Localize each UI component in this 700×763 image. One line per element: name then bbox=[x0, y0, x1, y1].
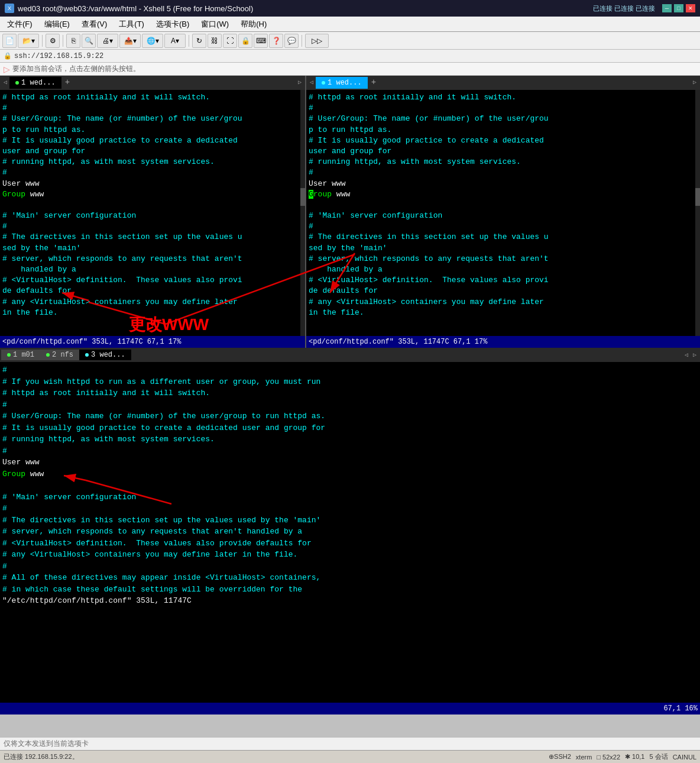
caps-indicator: CAINUL bbox=[673, 754, 696, 761]
bot-line-main5: # <VirtualHost> definition. These values… bbox=[2, 538, 698, 549]
toolbar-fullscreen[interactable]: ⛶ bbox=[223, 34, 237, 48]
menu-view[interactable]: 查看(V) bbox=[77, 18, 112, 31]
toolbar-print[interactable]: 🖨▾ bbox=[97, 34, 118, 48]
toolbar-open[interactable]: 📂▾ bbox=[18, 34, 39, 48]
left-line-main2: # bbox=[2, 221, 303, 232]
left-tab-nav-left[interactable]: ◁ bbox=[1, 77, 9, 88]
menu-help[interactable]: 帮助(H) bbox=[236, 18, 271, 31]
left-line-group: Group www bbox=[2, 189, 303, 200]
bottom-tab-m01[interactable]: 1 m01 bbox=[1, 350, 40, 360]
bot-user-keyword: User bbox=[2, 458, 21, 467]
bottom-tab-m01-label: 1 m01 bbox=[13, 351, 34, 359]
toolbar-transfer[interactable]: 📤▾ bbox=[119, 34, 141, 48]
left-line-main8: de defaults for bbox=[2, 286, 303, 296]
toolbar-lock[interactable]: 🔒 bbox=[238, 34, 252, 48]
right-line-1: # httpd as root initially and it will sw… bbox=[309, 92, 698, 103]
left-user-val: www bbox=[25, 179, 39, 188]
toolbar-web[interactable]: 🌐▾ bbox=[142, 34, 163, 48]
right-status-line: <pd/conf/httpd.conf" 353L, 11747C 67,1 1… bbox=[306, 336, 700, 348]
right-scrollbar[interactable] bbox=[695, 90, 700, 336]
right-line-4: p to run httpd as. bbox=[309, 125, 698, 135]
bot-user-val: www bbox=[25, 458, 39, 467]
right-line-main5: # server, which responds to any requests… bbox=[309, 254, 698, 264]
main-area: ◁ 1 wed... + ▷ # httpd as root initially… bbox=[0, 76, 700, 737]
bottom-tab-bar: 1 m01 2 nfs 3 wed... ◁ ▷ bbox=[0, 348, 700, 362]
right-tab-nav-left[interactable]: ◁ bbox=[307, 77, 316, 88]
toolbar-copy[interactable]: ⎘ bbox=[66, 34, 80, 48]
bot-line-main3: # The directives in this section set up … bbox=[2, 515, 698, 526]
address-icon: 🔒 bbox=[4, 52, 12, 60]
address-value: ssh://192.168.15.9:22 bbox=[14, 52, 103, 60]
bot-line-main6: # any <VirtualHost> containers you may d… bbox=[2, 549, 698, 561]
left-line-5: # It is usually good practice to create … bbox=[2, 135, 303, 146]
left-user-keyword: User bbox=[2, 179, 21, 188]
title-bar: X wed03 root@web03:/var/www/html - Xshel… bbox=[0, 0, 700, 17]
bottom-pane-wrapper: 1 m01 2 nfs 3 wed... ◁ ▷ # # If you wish… bbox=[0, 348, 700, 737]
title-status: 已连接 已连接 已连接 bbox=[593, 4, 655, 13]
bot-line-2: # If you wish httpd to run as a differen… bbox=[2, 376, 698, 388]
right-line-main6: handled by a bbox=[309, 264, 698, 275]
right-pane: ◁ 1 wed... + ▷ # httpd as root initially… bbox=[306, 76, 700, 348]
menu-bar: 文件(F) 编辑(E) 查看(V) 工具(T) 选项卡(B) 窗口(W) 帮助(… bbox=[0, 17, 700, 32]
left-tab-nav-right[interactable]: ▷ bbox=[296, 77, 304, 88]
toolbar-more[interactable]: ▷▷ bbox=[305, 34, 329, 48]
toolbar-plugin2[interactable]: ⛓ bbox=[208, 34, 222, 48]
left-line-8: # bbox=[2, 167, 303, 178]
left-scrollbar-thumb[interactable] bbox=[300, 188, 305, 206]
right-line-3: # User/Group: The name (or #number) of t… bbox=[309, 114, 698, 124]
toolbar-new[interactable]: 📄 bbox=[2, 34, 17, 48]
menu-file[interactable]: 文件(F) bbox=[2, 18, 37, 31]
right-scrollbar-thumb[interactable] bbox=[695, 188, 700, 206]
toolbar-help[interactable]: ❓ bbox=[269, 34, 283, 48]
left-tab-add[interactable]: + bbox=[61, 76, 73, 90]
right-user-keyword: User bbox=[309, 179, 327, 188]
top-split: ◁ 1 wed... + ▷ # httpd as root initially… bbox=[0, 76, 700, 348]
right-line-main1: # 'Main' server configuration bbox=[309, 211, 698, 221]
toolbar-font[interactable]: A▾ bbox=[164, 34, 186, 48]
window-title: wed03 root@web03:/var/www/html - Xshell … bbox=[18, 4, 253, 13]
toolbar-chat[interactable]: 💬 bbox=[284, 34, 299, 48]
right-tab-nav-right[interactable]: ▷ bbox=[691, 77, 699, 88]
bottom-tab-nfs[interactable]: 2 nfs bbox=[40, 350, 79, 360]
notification-bar: ▷ 要添加当前会话，点击左侧的箭头按钮。 bbox=[0, 63, 700, 76]
right-status-text: <pd/conf/httpd.conf" 353L, 11747C 67,1 1… bbox=[309, 337, 487, 347]
toolbar-keyboard[interactable]: ⌨ bbox=[254, 34, 268, 48]
left-group-val: www bbox=[30, 190, 44, 199]
bot-line-main1: # 'Main' server configuration bbox=[2, 492, 698, 503]
right-tab-label: 1 wed... bbox=[328, 78, 362, 88]
toolbar-plugin1[interactable]: ↻ bbox=[192, 34, 206, 48]
left-line-main1: # 'Main' server configuration bbox=[2, 211, 303, 221]
left-line-main9: # any <VirtualHost> containers you may d… bbox=[2, 297, 303, 308]
left-tab-bar: ◁ 1 wed... + ▷ bbox=[0, 76, 305, 90]
connection-status: 已连接 192.168.15.9:22。 bbox=[4, 752, 79, 761]
right-group-keyword: roup bbox=[313, 190, 332, 199]
menu-window[interactable]: 窗口(W) bbox=[196, 18, 234, 31]
left-tab-active[interactable]: 1 wed... bbox=[9, 77, 61, 89]
bot-line-1: # bbox=[2, 364, 698, 376]
right-tab-active[interactable]: 1 wed... bbox=[316, 77, 368, 89]
right-line-2: # bbox=[309, 103, 698, 114]
menu-tools[interactable]: 工具(T) bbox=[114, 18, 149, 31]
menu-tabs[interactable]: 选项卡(B) bbox=[151, 18, 194, 31]
bot-line-blank bbox=[2, 480, 698, 492]
notif-arrow-icon: ▷ bbox=[4, 64, 10, 74]
bottom-tab-nav-right[interactable]: ▷ bbox=[691, 350, 699, 360]
maximize-button[interactable]: □ bbox=[674, 4, 683, 12]
close-button[interactable]: ✕ bbox=[686, 4, 695, 12]
bot-line-group: Group www bbox=[2, 468, 698, 480]
toolbar-find[interactable]: 🔍 bbox=[82, 34, 96, 48]
left-scrollbar[interactable] bbox=[300, 90, 305, 336]
notification-text: 要添加当前会话，点击左侧的箭头按钮。 bbox=[12, 64, 140, 74]
bot-line-main4: # server, which responds to any requests… bbox=[2, 526, 698, 538]
bottom-tab-wed-label: 3 wed... bbox=[91, 351, 125, 359]
toolbar-settings[interactable]: ⚙ bbox=[46, 34, 60, 48]
toolbar: 📄 📂▾ ⚙ ⎘ 🔍 🖨▾ 📤▾ 🌐▾ A▾ ↻ ⛓ ⛶ 🔒 ⌨ ❓ 💬 ▷▷ bbox=[0, 32, 700, 50]
bottom-tab-wed[interactable]: 3 wed... bbox=[79, 350, 131, 360]
bottom-terminal: # # If you wish httpd to run as a differ… bbox=[0, 362, 700, 714]
right-line-6: user and group for bbox=[309, 146, 698, 157]
menu-edit[interactable]: 编辑(E) bbox=[40, 18, 74, 31]
left-status-text: <pd/conf/httpd.conf" 353L, 11747C 67,1 1… bbox=[2, 337, 181, 347]
bottom-tab-nav-left[interactable]: ◁ bbox=[682, 350, 691, 360]
minimize-button[interactable]: ─ bbox=[662, 4, 672, 12]
right-tab-add[interactable]: + bbox=[368, 76, 380, 90]
